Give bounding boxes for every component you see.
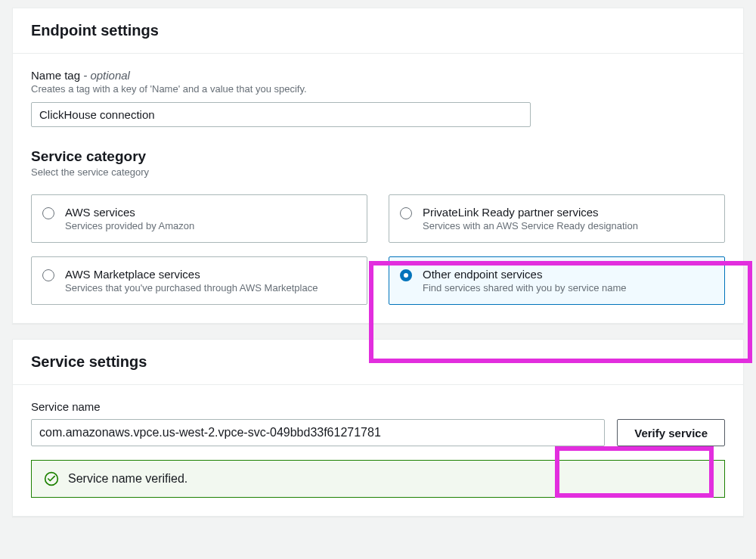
service-name-label: Service name [31, 400, 725, 413]
service-name-row: Verify service [31, 419, 725, 446]
panel-header: Endpoint settings [13, 8, 743, 54]
panel-title: Endpoint settings [31, 22, 725, 39]
status-banner: Service name verified. [31, 460, 725, 498]
panel-body: Service name Verify service Service name… [13, 385, 743, 516]
radio-title: AWS Marketplace services [65, 268, 355, 281]
endpoint-settings-panel: Endpoint settings Name tag - optional Cr… [12, 8, 744, 324]
radio-icon [400, 207, 412, 219]
name-tag-input[interactable] [31, 102, 531, 127]
service-category-options: AWS services Services provided by Amazon… [31, 194, 725, 305]
service-settings-panel: Service settings Service name Verify ser… [12, 339, 744, 517]
service-category-title: Service category [31, 148, 725, 165]
radio-title: PrivateLink Ready partner services [423, 206, 712, 219]
name-tag-label: Name tag - optional [31, 69, 725, 82]
check-circle-icon [44, 471, 59, 486]
radio-title: Other endpoint services [423, 268, 712, 281]
panel-title: Service settings [31, 353, 725, 371]
radio-title: AWS services [65, 206, 355, 219]
radio-privatelink-partner[interactable]: PrivateLink Ready partner services Servi… [389, 194, 725, 243]
radio-other-endpoint[interactable]: Other endpoint services Find services sh… [389, 256, 725, 305]
radio-aws-marketplace[interactable]: AWS Marketplace services Services that y… [31, 256, 367, 305]
name-tag-help: Creates a tag with a key of 'Name' and a… [31, 83, 725, 95]
radio-desc: Services with an AWS Service Ready desig… [423, 220, 712, 231]
radio-icon [42, 269, 54, 281]
panel-body: Name tag - optional Creates a tag with a… [13, 54, 743, 323]
service-category-help: Select the service category [31, 166, 725, 178]
service-name-input[interactable] [31, 419, 605, 446]
radio-icon [400, 269, 412, 281]
radio-desc: Services provided by Amazon [65, 220, 355, 231]
radio-desc: Services that you've purchased through A… [65, 282, 355, 293]
status-text: Service name verified. [68, 472, 187, 486]
radio-desc: Find services shared with you by service… [423, 282, 712, 293]
radio-aws-services[interactable]: AWS services Services provided by Amazon [31, 194, 367, 243]
verify-service-button[interactable]: Verify service [617, 419, 725, 446]
panel-header: Service settings [13, 340, 743, 385]
radio-icon [42, 207, 54, 219]
